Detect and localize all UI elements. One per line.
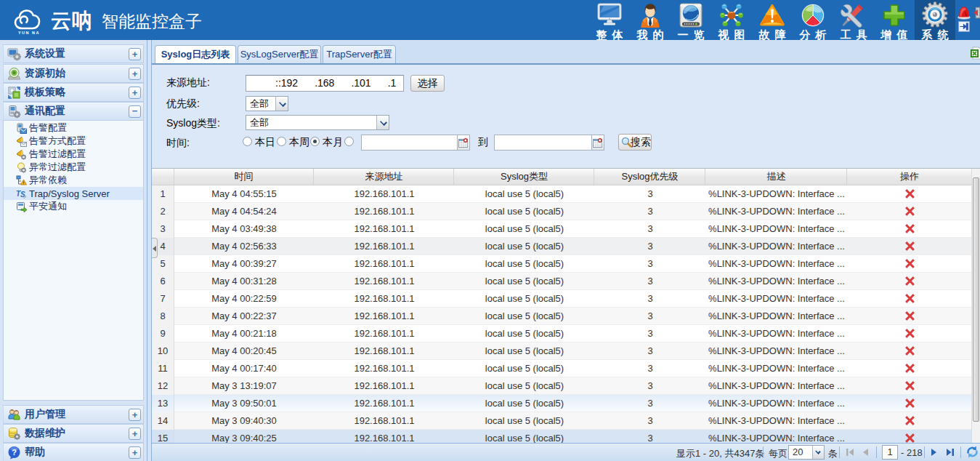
- svg-text:?: ?: [12, 448, 17, 457]
- svg-text:YUN NA: YUN NA: [18, 31, 40, 35]
